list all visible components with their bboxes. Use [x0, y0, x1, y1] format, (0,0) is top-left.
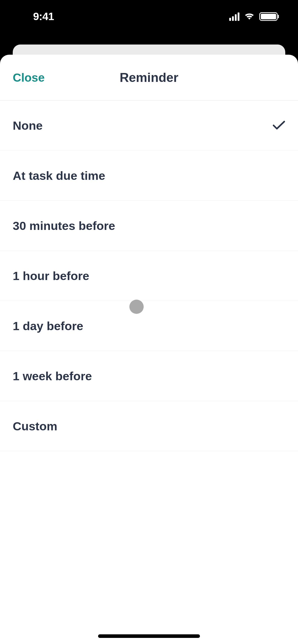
option-at-task-due-time[interactable]: At task due time [0, 151, 298, 201]
option-label: 30 minutes before [13, 219, 115, 233]
status-bar: 9:41 [0, 0, 298, 33]
option-custom[interactable]: Custom [0, 401, 298, 451]
cellular-signal-icon [229, 12, 239, 21]
modal-header: Close Reminder [0, 55, 298, 100]
option-label: 1 week before [13, 369, 92, 383]
option-label: None [13, 119, 43, 133]
option-label: Custom [13, 419, 57, 433]
battery-icon [259, 12, 278, 21]
home-indicator[interactable] [98, 634, 200, 638]
checkmark-icon [273, 120, 285, 130]
option-30-minutes-before[interactable]: 30 minutes before [0, 201, 298, 251]
option-none[interactable]: None [0, 100, 298, 151]
wifi-icon [244, 12, 255, 21]
close-button[interactable]: Close [13, 71, 45, 84]
option-1-hour-before[interactable]: 1 hour before [0, 251, 298, 301]
option-1-day-before[interactable]: 1 day before [0, 301, 298, 351]
reminder-modal: Close Reminder None At task due time 30 … [0, 55, 298, 644]
option-label: 1 hour before [13, 269, 89, 283]
option-1-week-before[interactable]: 1 week before [0, 351, 298, 401]
option-label: At task due time [13, 169, 105, 183]
modal-title: Reminder [0, 70, 298, 85]
status-time: 9:41 [33, 10, 54, 23]
status-icons [229, 12, 278, 21]
reminder-options-list: None At task due time 30 minutes before … [0, 100, 298, 451]
option-label: 1 day before [13, 319, 83, 333]
